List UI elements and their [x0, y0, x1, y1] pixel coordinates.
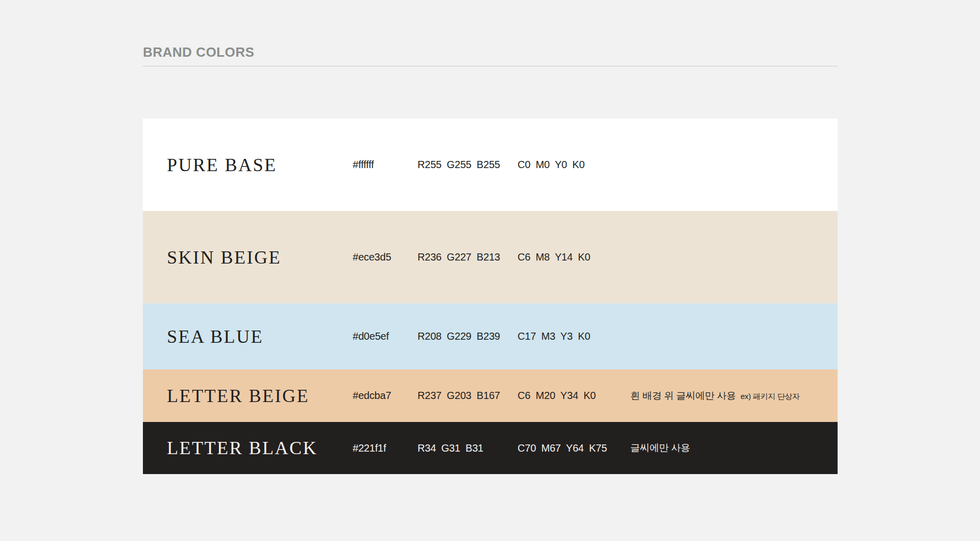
usage-note [630, 331, 838, 342]
title-underline [143, 66, 838, 66]
cmyk-value: C17 M3 Y3 K0 [518, 331, 630, 342]
palette-card: PURE BASE #ffffff R255 G255 B255 C0 M0 Y… [143, 119, 838, 474]
rgb-value: R208 G229 B239 [418, 331, 518, 342]
color-name: LETTER BLACK [143, 437, 353, 459]
color-name: SKIN BEIGE [143, 247, 353, 268]
cmyk-value: C6 M8 Y14 K0 [518, 251, 630, 263]
rgb-value: R255 G255 B255 [418, 159, 518, 171]
brand-guideline-page: { "theme": { "page_bg": "#f1f2f1", "titl… [0, 0, 980, 541]
section-header: BRAND COLORS [143, 45, 838, 66]
color-row-letter-beige: LETTER BEIGE #edcba7 R237 G203 B167 C6 M… [143, 369, 838, 422]
color-row-pure-base: PURE BASE #ffffff R255 G255 B255 C0 M0 Y… [143, 119, 838, 211]
usage-note: 글씨에만 사용 [630, 441, 838, 455]
usage-note [630, 159, 838, 171]
usage-note-detail: ex) 패키지 단상자 [741, 392, 800, 401]
hex-value: #edcba7 [353, 390, 418, 402]
usage-note-text: 흰 배경 위 글씨에만 사용 [630, 390, 736, 401]
hex-value: #ece3d5 [353, 251, 418, 263]
color-name: SEA BLUE [143, 326, 353, 347]
usage-note [630, 252, 838, 263]
color-name: LETTER BEIGE [143, 385, 353, 407]
page-title: BRAND COLORS [143, 45, 838, 60]
usage-note-text: 글씨에만 사용 [630, 442, 690, 453]
usage-note: 흰 배경 위 글씨에만 사용ex) 패키지 단상자 [630, 389, 838, 403]
hex-value: #221f1f [353, 442, 418, 454]
cmyk-value: C70 M67 Y64 K75 [518, 442, 630, 454]
hex-value: #d0e5ef [353, 331, 418, 342]
color-row-skin-beige: SKIN BEIGE #ece3d5 R236 G227 B213 C6 M8 … [143, 211, 838, 303]
rgb-value: R34 G31 B31 [418, 442, 518, 454]
rgb-value: R237 G203 B167 [418, 390, 518, 402]
color-row-letter-black: LETTER BLACK #221f1f R34 G31 B31 C70 M67… [143, 422, 838, 474]
hex-value: #ffffff [353, 159, 418, 171]
cmyk-value: C6 M20 Y34 K0 [518, 390, 630, 402]
cmyk-value: C0 M0 Y0 K0 [518, 159, 630, 171]
color-name: PURE BASE [143, 154, 353, 176]
color-row-sea-blue: SEA BLUE #d0e5ef R208 G229 B239 C17 M3 Y… [143, 303, 838, 369]
rgb-value: R236 G227 B213 [418, 251, 518, 263]
